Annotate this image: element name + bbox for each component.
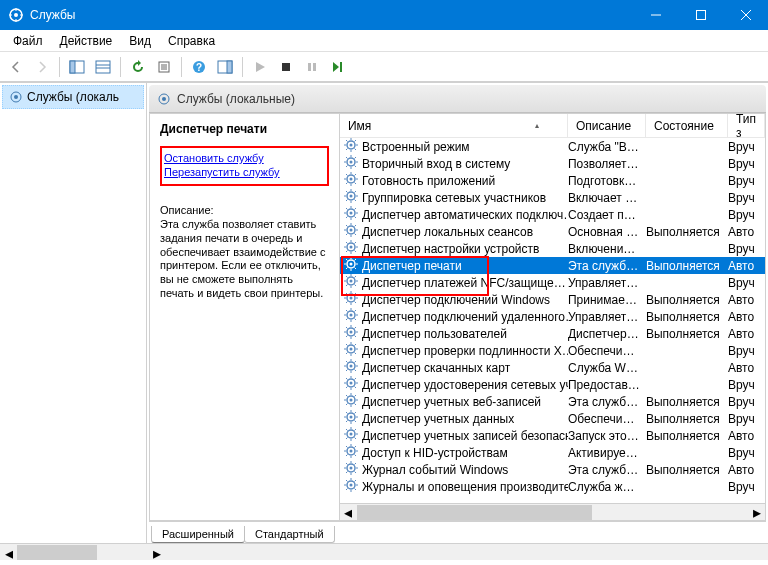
minimize-button[interactable] — [633, 0, 678, 30]
gear-icon — [344, 308, 362, 325]
menu-action[interactable]: Действие — [53, 32, 120, 50]
svg-point-62 — [349, 399, 352, 402]
scroll-track[interactable] — [357, 504, 748, 521]
help-button[interactable]: ? — [187, 55, 211, 79]
service-row[interactable]: Диспетчер проверки подлинности X…Обеспеч… — [340, 342, 765, 359]
service-type: Авто — [728, 225, 765, 239]
service-description: Основная … — [568, 225, 646, 239]
service-row[interactable]: Диспетчер учетных веб-записейЭта служб…В… — [340, 393, 765, 410]
service-type: Авто — [728, 259, 765, 273]
service-row[interactable]: Диспетчер пользователейДиспетчер…Выполня… — [340, 325, 765, 342]
detail-heading: Диспетчер печати — [160, 122, 329, 136]
back-button[interactable] — [4, 55, 28, 79]
gear-icon — [344, 376, 362, 393]
scroll-left-arrow[interactable]: ◂ — [340, 504, 357, 521]
service-row[interactable]: Диспетчер печатиЭта служб…ВыполняетсяАвт… — [340, 257, 765, 274]
svg-rect-26 — [340, 62, 342, 72]
service-row[interactable]: Диспетчер платежей NFC/защище…Управляет…… — [340, 274, 765, 291]
scroll-thumb[interactable] — [357, 505, 592, 520]
titlebar: Службы — [0, 0, 768, 30]
service-name: Диспетчер учетных данных — [362, 412, 514, 426]
description-label: Описание: — [160, 204, 329, 216]
horizontal-scrollbar[interactable]: ◂ ▸ — [340, 503, 765, 520]
highlight-box-links: Остановить службу Перезапустить службу — [160, 146, 329, 186]
service-description: Служба W… — [568, 361, 646, 375]
gear-icon — [344, 291, 362, 308]
service-row[interactable]: Журнал событий WindowsЭта служб…Выполняе… — [340, 461, 765, 478]
outer-scrollbar[interactable]: ◂ ▸ — [0, 543, 768, 560]
close-button[interactable] — [723, 0, 768, 30]
tab-extended[interactable]: Расширенный — [151, 526, 245, 543]
service-name: Журнал событий Windows — [362, 463, 508, 477]
service-state: Выполняется — [646, 310, 728, 324]
service-row[interactable]: Диспетчер подключений удаленного…Управля… — [340, 308, 765, 325]
service-type: Авто — [728, 310, 765, 324]
service-row[interactable]: Группировка сетевых участниковВключает …… — [340, 189, 765, 206]
pane-body: Диспетчер печати Остановить службу Перез… — [149, 113, 766, 521]
service-row[interactable]: Встроенный режимСлужба "В…Вруч — [340, 138, 765, 155]
column-name[interactable]: Имя▴ — [340, 114, 568, 137]
properties-button[interactable] — [152, 55, 176, 79]
service-row[interactable]: Диспетчер удостоверения сетевых уч…Предо… — [340, 376, 765, 393]
gear-icon — [344, 393, 362, 410]
refresh-button[interactable] — [126, 55, 150, 79]
service-row[interactable]: Диспетчер подключений WindowsПринимае…Вы… — [340, 291, 765, 308]
service-type: Авто — [728, 361, 765, 375]
restart-service-button[interactable] — [326, 55, 350, 79]
gear-icon — [344, 444, 362, 461]
gear-icon — [344, 342, 362, 359]
service-state: Выполняется — [646, 463, 728, 477]
pane-title: Службы (локальные) — [177, 92, 295, 106]
show-hide-tree-button[interactable] — [65, 55, 89, 79]
list-body[interactable]: Встроенный режимСлужба "В…ВручВторичный … — [340, 138, 765, 503]
window-title: Службы — [30, 8, 633, 22]
service-row[interactable]: Доступ к HID-устройствамАктивируе…Вруч — [340, 444, 765, 461]
menu-view[interactable]: Вид — [122, 32, 158, 50]
svg-rect-24 — [308, 63, 311, 71]
service-description: Служба ж… — [568, 480, 646, 494]
tab-standard[interactable]: Стандартный — [244, 526, 335, 543]
column-description[interactable]: Описание — [568, 114, 646, 137]
service-row[interactable]: Диспетчер скачанных картСлужба W…Авто — [340, 359, 765, 376]
scroll-right-arrow[interactable]: ▸ — [148, 544, 165, 560]
stop-service-button[interactable] — [274, 55, 298, 79]
service-row[interactable]: Диспетчер локальных сеансовОсновная …Вып… — [340, 223, 765, 240]
service-name: Диспетчер учетных записей безопасн… — [362, 429, 568, 443]
service-row[interactable]: Диспетчер автоматических подключ…Создает… — [340, 206, 765, 223]
service-name: Диспетчер скачанных карт — [362, 361, 510, 375]
svg-point-40 — [349, 212, 352, 215]
service-row[interactable]: Готовность приложенийПодготовк…Вруч — [340, 172, 765, 189]
list-pane: Службы (локальные) Диспетчер печати Оста… — [147, 83, 768, 543]
svg-rect-11 — [70, 61, 75, 73]
tree-root-label: Службы (локаль — [27, 90, 119, 104]
service-description: Управляет… — [568, 310, 646, 324]
svg-point-46 — [349, 263, 352, 266]
show-hide-action-button[interactable] — [213, 55, 237, 79]
svg-point-38 — [349, 195, 352, 198]
scroll-right-arrow[interactable]: ▸ — [748, 504, 765, 521]
gear-icon — [344, 155, 362, 172]
column-state[interactable]: Состояние — [646, 114, 728, 137]
service-row[interactable]: Диспетчер настройки устройствВключени…Вр… — [340, 240, 765, 257]
service-state: Выполняется — [646, 429, 728, 443]
column-type[interactable]: Тип з — [728, 114, 765, 137]
tree-root-node[interactable]: Службы (локаль — [2, 85, 144, 109]
service-type: Вруч — [728, 446, 765, 460]
export-list-button[interactable] — [91, 55, 115, 79]
content-area: Службы (локаль Службы (локальные) Диспет… — [0, 82, 768, 543]
menu-help[interactable]: Справка — [161, 32, 222, 50]
service-row[interactable]: Вторичный вход в системуПозволяет…Вруч — [340, 155, 765, 172]
service-description: Эта служб… — [568, 395, 646, 409]
start-service-button[interactable] — [248, 55, 272, 79]
forward-button[interactable] — [30, 55, 54, 79]
scroll-left-arrow[interactable]: ◂ — [0, 544, 17, 560]
service-row[interactable]: Журналы и оповещения производите…Служба … — [340, 478, 765, 495]
scroll-thumb[interactable] — [17, 545, 97, 560]
pause-service-button[interactable] — [300, 55, 324, 79]
maximize-button[interactable] — [678, 0, 723, 30]
service-row[interactable]: Диспетчер учетных данныхОбеспечи…Выполня… — [340, 410, 765, 427]
restart-service-link[interactable]: Перезапустить службу — [164, 166, 321, 178]
menu-file[interactable]: Файл — [6, 32, 50, 50]
service-row[interactable]: Диспетчер учетных записей безопасн…Запус… — [340, 427, 765, 444]
stop-service-link[interactable]: Остановить службу — [164, 152, 321, 164]
